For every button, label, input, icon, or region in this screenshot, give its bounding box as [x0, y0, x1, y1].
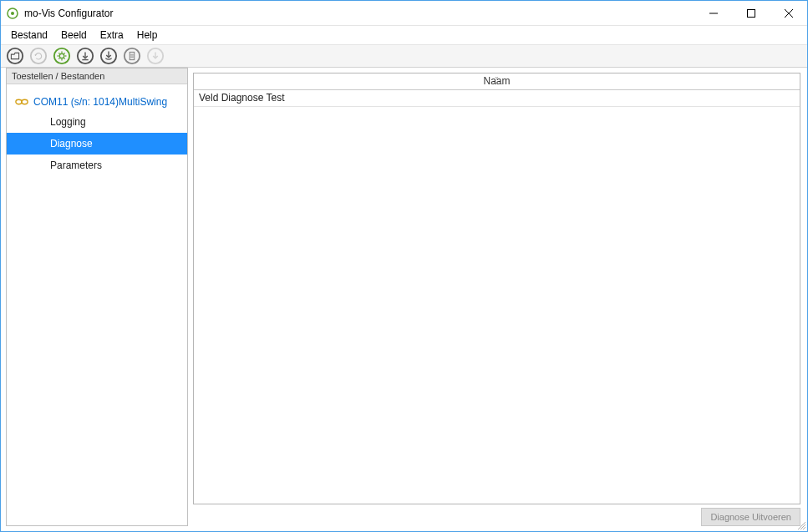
left-panel-header: Toestellen / Bestanden	[7, 68, 187, 84]
diagnose-grid: ⌄ Naam Veld Diagnose Test	[193, 73, 800, 504]
close-button[interactable]	[770, 1, 807, 25]
content-area: Toestellen / Bestanden COM11 (s/n: 1014)…	[1, 68, 807, 531]
menubar: Bestand Beeld Extra Help	[1, 26, 807, 44]
link-icon	[15, 98, 28, 106]
left-panel: Toestellen / Bestanden COM11 (s/n: 1014)…	[6, 68, 188, 526]
window-controls	[694, 1, 807, 25]
titlebar: mo-Vis Configurator	[1, 1, 807, 26]
gear-icon[interactable]	[51, 45, 73, 67]
refresh-icon	[28, 45, 49, 67]
title-text: mo-Vis Configurator	[24, 8, 694, 19]
bottom-actions: Diagnose Uitvoeren	[193, 504, 800, 526]
menu-beeld[interactable]: Beeld	[54, 28, 94, 43]
svg-line-16	[64, 53, 65, 53]
resize-grip-icon[interactable]	[794, 518, 805, 529]
svg-rect-3	[747, 9, 755, 17]
app-icon	[6, 7, 19, 20]
svg-point-31	[22, 99, 28, 104]
tree-item-diagnose[interactable]: Diagnose	[7, 133, 187, 155]
svg-point-8	[54, 48, 69, 63]
grid-header[interactable]: ⌄ Naam	[194, 73, 800, 90]
svg-point-6	[8, 48, 23, 63]
document-icon[interactable]	[121, 45, 143, 67]
grid-row[interactable]: Veld Diagnose Test	[194, 90, 800, 107]
svg-line-15	[64, 58, 65, 59]
app-window: mo-Vis Configurator Bestand Beeld Extra …	[0, 0, 808, 532]
menu-bestand[interactable]: Bestand	[4, 28, 54, 43]
right-panel: ⌄ Naam Veld Diagnose Test Diagnose Uitvo…	[193, 73, 800, 526]
svg-point-1	[11, 12, 14, 15]
open-folder-icon[interactable]	[4, 45, 26, 67]
download-device-icon[interactable]	[74, 45, 96, 67]
svg-line-17	[58, 58, 59, 59]
tree-item-parameters[interactable]: Parameters	[7, 155, 187, 176]
diagnose-execute-button[interactable]: Diagnose Uitvoeren	[701, 508, 800, 526]
grid-cell-naam: Veld Diagnose Test	[194, 90, 800, 106]
device-tree: COM11 (s/n: 1014)MultiSwing Logging Diag…	[7, 84, 187, 525]
maximize-button[interactable]	[732, 1, 770, 25]
tree-device-node[interactable]: COM11 (s/n: 1014)MultiSwing	[7, 93, 187, 111]
download-all-icon[interactable]	[98, 45, 119, 67]
menu-help[interactable]: Help	[130, 28, 165, 43]
svg-line-14	[58, 53, 59, 53]
download-disabled-icon	[145, 45, 166, 67]
tree-device-label: COM11 (s/n: 1014)MultiSwing	[33, 96, 167, 108]
svg-point-9	[59, 53, 64, 58]
svg-point-30	[16, 99, 22, 104]
toolbar	[1, 44, 807, 68]
grid-header-naam[interactable]: ⌄ Naam	[194, 73, 800, 89]
grid-body: Veld Diagnose Test	[194, 90, 800, 504]
menu-extra[interactable]: Extra	[94, 28, 130, 43]
svg-point-7	[31, 48, 46, 63]
tree-item-logging[interactable]: Logging	[7, 111, 187, 133]
minimize-button[interactable]	[694, 1, 732, 25]
sort-indicator-icon: ⌄	[494, 73, 500, 80]
